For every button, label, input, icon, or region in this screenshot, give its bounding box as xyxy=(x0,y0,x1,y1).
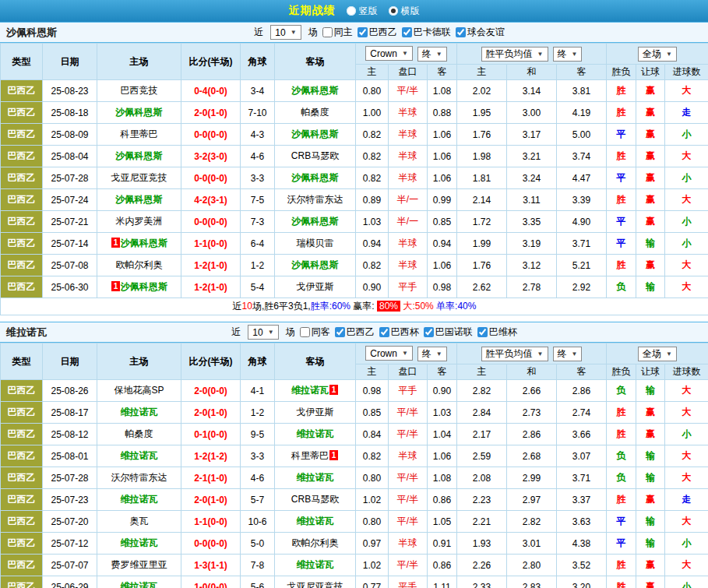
home-team-cell: 米内罗美洲 xyxy=(97,211,181,233)
filter-checkbox-input[interactable] xyxy=(322,27,333,37)
filter-checkbox-input[interactable] xyxy=(424,327,434,337)
layout-option-horizontal[interactable]: 横版 xyxy=(389,5,420,18)
filter-checkbox[interactable]: 巴西乙 xyxy=(335,326,375,339)
goals-result-cell: 大 xyxy=(665,445,708,467)
table-row: 巴西乙25-08-18沙佩科恩斯2-0(1-0)7-10帕桑度1.00半球0.8… xyxy=(1,102,708,124)
scope-select[interactable]: 全场▼ xyxy=(638,47,677,62)
date-cell: 25-07-21 xyxy=(43,211,97,233)
team-name: 沙佩科恩斯 xyxy=(292,129,339,139)
away-team-cell: 维拉诺瓦 xyxy=(275,555,356,576)
team-name: 维拉诺瓦 xyxy=(121,581,158,588)
filter-checkbox[interactable]: 同主 xyxy=(322,26,353,39)
filter-checkbox[interactable]: 巴维杯 xyxy=(477,326,517,339)
table-row: 巴西乙25-08-26保地花高SP2-0(0-0)4-1维拉诺瓦10.98平手0… xyxy=(1,380,708,402)
ah-line-cell: 半球 xyxy=(389,167,428,189)
average-odds-select[interactable]: 胜平负均值▼ xyxy=(481,47,548,62)
avg-draw-odds-cell: 3.11 xyxy=(507,189,557,211)
avg-draw-odds-cell: 2.83 xyxy=(507,576,557,588)
avg-home-odds-cell: 2.21 xyxy=(457,511,507,533)
team-name: 欧帕尔利奥 xyxy=(116,259,163,270)
bookmaker-select[interactable]: Crown▼ xyxy=(365,346,413,361)
filter-checkbox[interactable]: 巴西杯 xyxy=(379,326,419,339)
away-team-cell: 沙佩科恩斯 xyxy=(275,211,356,233)
ah-home-odds-cell: 0.80 xyxy=(356,511,389,533)
goals-result-cell: 走 xyxy=(665,102,708,124)
corner-cell: 1-2 xyxy=(241,402,275,424)
away-team-cell: 帕桑度 xyxy=(275,102,356,124)
filter-checkbox-input[interactable] xyxy=(335,327,345,337)
filter-checkbox[interactable]: 巴国诺联 xyxy=(424,326,473,339)
sub-header: 胜负 xyxy=(607,65,636,80)
corner-cell: 10-6 xyxy=(241,511,275,533)
match-count-select[interactable]: 10▼ xyxy=(270,25,301,40)
red-card-badge: 1 xyxy=(111,281,120,291)
team-section-header: 维拉诺瓦近10▼场同客巴西乙巴西杯巴国诺联巴维杯 xyxy=(0,322,708,343)
filter-checkbox[interactable]: 巴西乙 xyxy=(358,26,397,39)
final-odds-select[interactable]: 终▼ xyxy=(417,47,447,62)
result-cell: 负 xyxy=(607,380,636,402)
red-card-badge: 1 xyxy=(329,385,338,395)
bookmaker-select-value: Crown xyxy=(370,348,397,359)
away-team-cell: 沃尔特雷东达 xyxy=(275,189,356,211)
ah-away-odds-cell: 0.86 xyxy=(428,489,457,511)
avg-home-odds-cell: 2.84 xyxy=(457,402,507,424)
avg-away-odds-cell: 3.37 xyxy=(557,489,607,511)
filter-checkbox-input[interactable] xyxy=(379,327,389,337)
sub-header: 进球数 xyxy=(665,364,708,380)
ah-away-odds-cell: 0.86 xyxy=(428,555,457,576)
chevron-down-icon: ▼ xyxy=(572,350,578,357)
radio-vertical-icon[interactable] xyxy=(347,6,356,16)
summary-segment: 场,胜6平3负1, xyxy=(252,301,311,312)
team-name: 巴西竞技 xyxy=(121,85,158,96)
avg-draw-odds-cell: 2.80 xyxy=(507,555,557,576)
average-odds-select[interactable]: 胜平负均值▼ xyxy=(481,347,548,361)
sub-header: 客 xyxy=(428,65,457,80)
ah-home-odds-cell: 0.82 xyxy=(356,255,389,276)
filter-checkbox-input[interactable] xyxy=(358,27,368,37)
layout-option-vertical[interactable]: 竖版 xyxy=(347,5,378,18)
avg-draw-odds-cell: 3.14 xyxy=(507,80,557,102)
team-name: CRB马瑟欧 xyxy=(291,150,339,161)
home-team-cell: 维拉诺瓦 xyxy=(97,489,181,511)
goals-result-cell: 小 xyxy=(665,167,708,189)
league-type-cell: 巴西乙 xyxy=(1,380,43,402)
page: 近期战绩 竖版 横版 沙佩科恩斯近10▼场同主巴西乙巴卡德联球会友谊类型日期主场… xyxy=(0,0,708,588)
team-name: 维拉诺瓦 xyxy=(121,537,158,548)
match-count-select-value: 10 xyxy=(275,27,285,38)
filter-checkbox-input[interactable] xyxy=(300,327,310,337)
scope-select[interactable]: 全场▼ xyxy=(638,347,677,361)
score-cell: 0-0(0-0) xyxy=(181,167,241,189)
score-cell: 4-2(3-1) xyxy=(181,189,241,211)
summary-segment: 赢率: xyxy=(353,301,377,312)
home-team-cell: 沃尔特雷东达 xyxy=(97,467,181,489)
avg-away-odds-cell: 3.63 xyxy=(557,511,607,533)
avg-home-odds-cell: 1.99 xyxy=(457,233,507,255)
team-name: 沃尔特雷东达 xyxy=(287,194,343,205)
team-name: 维拉诺瓦 xyxy=(121,494,158,505)
match-count-select[interactable]: 10▼ xyxy=(248,325,278,340)
final-odds-select[interactable]: 终▼ xyxy=(417,347,447,361)
filter-checkbox-input[interactable] xyxy=(477,327,488,337)
filter-checkbox-label: 巴国诺联 xyxy=(435,326,473,339)
filter-checkbox[interactable]: 巴卡德联 xyxy=(402,26,451,39)
ah-line-cell: 半/一 xyxy=(389,211,428,233)
filter-checkbox-input[interactable] xyxy=(402,27,412,37)
result-cell: 胜 xyxy=(607,424,636,445)
radio-horizontal-icon[interactable] xyxy=(389,6,398,16)
handicap-result-cell: 输 xyxy=(636,467,665,489)
ah-away-odds-cell: 1.06 xyxy=(428,146,457,167)
avg-home-odds-cell: 1.76 xyxy=(457,124,507,146)
filter-checkbox[interactable]: 同客 xyxy=(300,326,330,339)
final-odds-select-2[interactable]: 终▼ xyxy=(553,347,583,361)
team-section-header: 沙佩科恩斯近10▼场同主巴西乙巴卡德联球会友谊 xyxy=(0,22,708,43)
final-odds-select-2[interactable]: 终▼ xyxy=(553,47,583,62)
bookmaker-select[interactable]: Crown▼ xyxy=(365,46,413,61)
team-name: 维拉诺瓦 xyxy=(297,516,334,526)
handicap-result-cell: 赢 xyxy=(636,402,665,424)
ah-away-odds-cell: 0.91 xyxy=(428,533,457,555)
filter-checkbox[interactable]: 球会友谊 xyxy=(456,26,505,39)
games-label: 场 xyxy=(286,326,295,339)
avg-draw-odds-cell: 2.86 xyxy=(507,424,557,445)
filter-checkbox-input[interactable] xyxy=(456,27,466,37)
average-odds-select-value: 胜平负均值 xyxy=(486,48,533,61)
